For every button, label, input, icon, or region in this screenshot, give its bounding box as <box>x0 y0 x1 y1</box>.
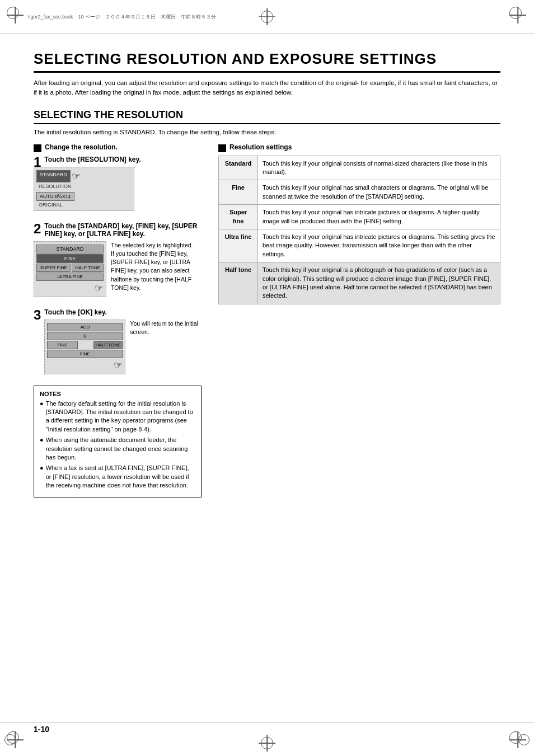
lcd-screen-step3: ADD B FINE HALF TONE FINE ☞ <box>44 320 125 374</box>
registration-bar-bottom <box>0 722 534 756</box>
note-2-text: When using the automatic document feeder… <box>46 436 195 462</box>
fine-desc: Touch this key if your original has smal… <box>258 180 500 205</box>
finger-s3: ☞ <box>47 359 123 372</box>
reg-mark-right-mid <box>518 734 530 745</box>
step-3-label: Touch the [OK] key. <box>44 308 202 316</box>
note-3: ● When a fax is sent at [ULTRA FINE], [S… <box>40 464 195 490</box>
halftone-label-s3: HALF TONE <box>93 341 123 349</box>
intro-text: After loading an original, you can adjus… <box>34 78 500 98</box>
step-1: 1 Touch the [RESOLUTION] key. STANDARD ☞… <box>34 156 202 214</box>
note-1: ● The factory default setting for the in… <box>40 400 195 434</box>
reg-mark-top-center <box>259 8 275 25</box>
reg-mark-bottom-center <box>259 735 275 752</box>
notes-title: NOTES <box>40 391 195 397</box>
auto-btn[interactable]: AUTO 8½X11 <box>36 192 74 201</box>
black-square-icon <box>34 144 41 152</box>
step-3-number: 3 <box>34 308 41 322</box>
black-square-icon-right <box>218 144 226 152</box>
original-label: ORIGINAL <box>36 201 132 208</box>
standard-btn-s1[interactable]: STANDARD <box>36 170 71 182</box>
lcd-screen-step2: STANDARD FINE SUPER FINE HALF TONE ULTRA… <box>34 241 106 297</box>
reg-mark-tr <box>507 4 530 27</box>
note-3-text: When a fax is sent at [ULTRA FINE], [SUP… <box>46 464 195 490</box>
step-2: 2 Touch the [STANDARD] key, [FINE] key, … <box>34 222 202 300</box>
finger-s2: ☞ <box>36 282 104 294</box>
section-title: SELECTING THE RESOLUTION <box>34 109 500 124</box>
table-row: Ultra fine Touch this key if your origin… <box>219 229 500 262</box>
resolution-settings-label: Resolution settings <box>229 143 292 151</box>
superfine-desc: Touch this key if your original has intr… <box>258 205 500 229</box>
b-btn-s3[interactable]: B <box>47 332 123 340</box>
page: tiger2_fax_sec.book 10 ページ ２００４年９月１６日 木曜… <box>0 0 534 756</box>
super-fine-btn-s2[interactable]: SUPER FINE <box>36 264 71 272</box>
change-resolution-label: Change the resolution. <box>45 143 118 151</box>
step-1-number: 1 <box>34 156 41 169</box>
reg-mark-tl <box>4 4 27 27</box>
bullet-2: ● <box>40 436 44 462</box>
step-2-label: Touch the [STANDARD] key, [FINE] key, [S… <box>44 222 202 238</box>
header-text: tiger2_fax_sec.book 10 ページ ２００４年９月１６日 木曜… <box>28 13 216 20</box>
bullet-3: ● <box>40 464 44 490</box>
resolution-settings-heading: Resolution settings <box>218 143 500 152</box>
table-row: Super fine Touch this key if your origin… <box>219 205 500 229</box>
registration-bar-top: tiger2_fax_sec.book 10 ページ ２００４年９月１６日 木曜… <box>0 0 534 34</box>
table-row: Fine Touch this key if your original has… <box>219 180 500 205</box>
step-3-description: You will return to the initial screen. <box>130 320 202 336</box>
step-2-description: The selected key is highlighted. If you … <box>111 241 202 292</box>
halftone-label: Half tone <box>219 262 258 304</box>
page-content: SELECTING RESOLUTION AND EXPOSURE SETTIN… <box>0 34 534 531</box>
note-1-text: The factory default setting for the init… <box>46 400 195 434</box>
notes-box: NOTES ● The factory default setting for … <box>34 386 202 497</box>
halftone-desc: Touch this key if your original is a pho… <box>258 262 500 304</box>
finger-icon-s1: ☞ <box>72 170 81 182</box>
superfine-label: Super fine <box>219 205 258 229</box>
fine2-btn-s3[interactable]: FINE <box>47 350 123 358</box>
table-row: Standard Touch this key if your original… <box>219 156 500 180</box>
step-3: 3 Touch the [OK] key. ADD B FINE HALF TO… <box>34 308 202 378</box>
standard-label: Standard <box>219 156 258 180</box>
resolution-label: RESOLUTION <box>36 183 132 190</box>
ultrafine-label: Ultra fine <box>219 229 258 262</box>
bullet-1: ● <box>40 400 44 434</box>
resolution-table: Standard Touch this key if your original… <box>218 156 500 304</box>
fine-btn-s3[interactable]: FINE <box>47 341 78 349</box>
ultrafine-desc: Touch this key if your original has intr… <box>258 229 500 262</box>
step-2-number: 2 <box>34 222 41 236</box>
reg-mark-left-mid <box>4 734 16 745</box>
fine-label: Fine <box>219 180 258 205</box>
change-resolution-heading: Change the resolution. <box>34 143 202 152</box>
add-btn-s3[interactable]: ADD <box>47 323 123 331</box>
right-column: Resolution settings Standard Touch this … <box>218 143 500 497</box>
left-column: Change the resolution. 1 Touch the [RESO… <box>34 143 202 497</box>
section-intro: The initial resolution setting is STANDA… <box>34 129 500 135</box>
fine-btn-s2[interactable]: FINE <box>36 254 104 263</box>
standard-desc: Touch this key if your original consists… <box>258 156 500 180</box>
main-title: SELECTING RESOLUTION AND EXPOSURE SETTIN… <box>34 50 500 73</box>
lcd-screen-step1: STANDARD ☞ RESOLUTION AUTO 8½X11 ORIGINA… <box>34 167 134 211</box>
standard-btn-s2[interactable]: STANDARD <box>36 245 104 253</box>
halftone-btn-s2[interactable]: HALF TONE <box>72 264 104 272</box>
note-2: ● When using the automatic document feed… <box>40 436 195 462</box>
step-1-label: Touch the [RESOLUTION] key. <box>44 156 202 163</box>
ultra-fine-btn-s2[interactable]: ULTRA FINE <box>36 273 104 281</box>
two-column-layout: Change the resolution. 1 Touch the [RESO… <box>34 143 500 497</box>
table-row: Half tone Touch this key if your origina… <box>219 262 500 304</box>
